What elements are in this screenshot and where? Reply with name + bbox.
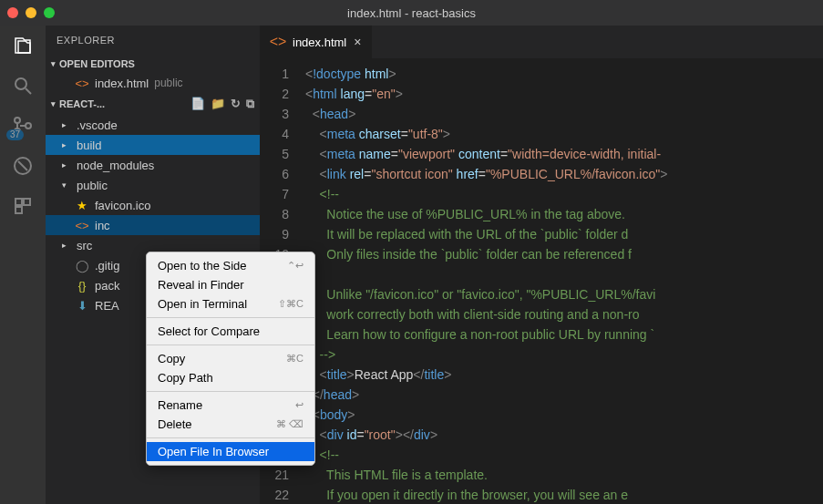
svg-point-0 [15,78,26,89]
svg-line-6 [18,161,27,170]
refresh-icon[interactable]: ↻ [231,97,241,111]
folder-build[interactable]: ▸build [46,135,260,155]
star-icon: ★ [75,198,89,212]
chevron-down-icon: ▾ [51,59,56,68]
json-icon: {} [75,278,89,293]
cm-copy-path[interactable]: Copy Path [147,368,314,387]
search-icon[interactable] [12,75,34,97]
file-favicon[interactable]: ★favicon.ico [46,195,260,215]
chevron-down-icon: ▾ [62,180,71,190]
titlebar: index.html - react-basics [0,0,823,26]
svg-point-4 [26,123,31,129]
cm-terminal[interactable]: Open in Terminal⇧⌘C [147,294,314,314]
cm-copy[interactable]: Copy⌘C [147,349,314,368]
html-icon: <> [271,35,285,49]
close-icon[interactable]: × [354,35,361,49]
cm-open-browser[interactable]: Open File In Browser [147,442,314,461]
open-editor-item[interactable]: <> index.html public [46,73,260,93]
separator [147,391,314,392]
svg-rect-8 [24,199,30,205]
cm-delete[interactable]: Delete⌘ ⌫ [147,415,314,434]
new-file-icon[interactable]: 📄 [190,97,205,111]
separator [147,345,314,345]
svg-line-1 [26,88,31,94]
chevron-right-icon: ▸ [62,241,71,250]
svg-rect-9 [15,207,22,213]
editor: <> index.html × 1<!doctype html>2<html l… [260,26,823,504]
folder-node-modules[interactable]: ▸node_modules [46,155,260,175]
cm-reveal[interactable]: Reveal in Finder [147,275,314,294]
markdown-icon: ⬇ [75,298,89,313]
file-index[interactable]: <>inc [46,215,260,235]
tab-index[interactable]: <> index.html × [260,26,373,58]
code-area[interactable]: 1<!doctype html>2<html lang="en">3 <head… [260,58,823,504]
chevron-right-icon: ▸ [62,160,71,170]
extensions-icon[interactable] [12,195,34,217]
github-icon: ◯ [75,258,89,273]
project-section[interactable]: ▾ REACT-... 📄 📁 ↻ ⧉ [46,93,260,115]
window-title: index.html - react-basics [0,6,823,20]
explorer-icon[interactable] [12,35,34,57]
cm-open-side[interactable]: Open to the Side⌃↩ [147,256,314,275]
chevron-right-icon: ▸ [62,140,71,149]
scm-badge: 37 [6,129,24,140]
debug-icon[interactable] [12,155,34,177]
cm-compare[interactable]: Select for Compare [147,322,314,341]
sidebar-title: EXPLORER [46,26,260,55]
html-icon: <> [75,76,89,90]
collapse-icon[interactable]: ⧉ [246,97,254,111]
source-control-icon[interactable]: 37 [12,115,34,137]
folder-public[interactable]: ▾public [46,175,260,195]
separator [147,437,314,438]
svg-point-2 [15,118,20,123]
svg-rect-7 [15,199,22,205]
editor-tabs: <> index.html × [260,26,823,58]
activity-bar: 37 [0,26,46,504]
open-editors-section[interactable]: ▾ OPEN EDITORS [46,55,260,73]
folder-vscode[interactable]: ▸.vscode [46,115,260,135]
separator [147,317,314,318]
new-folder-icon[interactable]: 📁 [211,97,225,111]
cm-rename[interactable]: Rename↩ [147,396,314,415]
chevron-down-icon: ▾ [51,99,56,108]
html-icon: <> [75,218,89,232]
context-menu: Open to the Side⌃↩ Reveal in Finder Open… [146,252,315,466]
chevron-right-icon: ▸ [62,120,71,129]
